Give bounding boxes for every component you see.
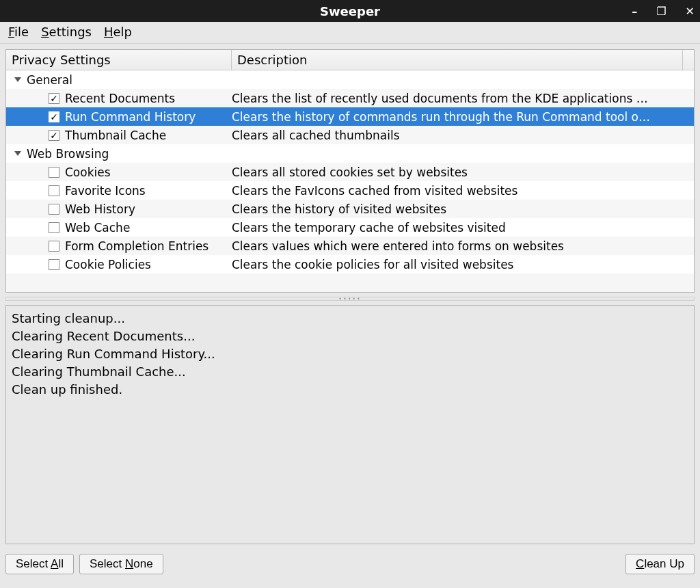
checkbox[interactable] [49,130,59,141]
tree-item[interactable]: Run Command HistoryClears the history of… [6,107,694,126]
item-description: Clears the cookie policies for all visit… [232,258,694,271]
item-label: Recent Documents [65,92,175,105]
item-label: Web History [65,202,135,216]
tree-item[interactable]: Web HistoryClears the history of visited… [6,200,694,218]
item-description: Clears the FavIcons cached from visited … [232,184,694,198]
tree-item[interactable]: Favorite IconsClears the FavIcons cached… [6,181,694,200]
menu-settings[interactable]: Settings [41,25,92,39]
item-description: Clears the history of commands run throu… [232,110,694,124]
item-description: Clears the list of recently used documen… [232,92,694,105]
menu-file-rest: ile [14,25,29,39]
group-label: General [27,73,72,87]
clean-up-button[interactable]: Clean Up [625,554,695,574]
item-label: Favorite Icons [65,184,146,198]
tree-item[interactable]: Thumbnail CacheClears all cached thumbna… [6,126,694,144]
tree-item[interactable]: CookiesClears all stored cookies set by … [6,163,694,181]
minimize-icon[interactable]: – [632,5,637,18]
tree-header: Privacy Settings Description [6,50,694,70]
tree-group[interactable]: Web Browsing [6,144,694,163]
item-description: Clears the temporary cache of websites v… [232,221,694,235]
tree-item[interactable]: Web CacheClears the temporary cache of w… [6,218,694,237]
item-label: Cookies [65,165,111,179]
tree-item[interactable]: Form Completion EntriesClears values whi… [6,237,694,255]
checkbox[interactable] [49,222,59,233]
close-icon[interactable]: ✕ [686,5,695,18]
item-label: Web Cache [65,221,130,235]
checkbox[interactable] [49,167,59,178]
titlebar: Sweeper – ❐ ✕ [0,0,700,22]
menubar: File Settings Help [0,22,700,44]
checkbox[interactable] [49,204,59,215]
item-label: Form Completion Entries [65,239,208,253]
menu-settings-rest: ettings [49,25,92,39]
settings-tree[interactable]: Privacy Settings Description GeneralRece… [5,49,695,293]
menu-file[interactable]: File [8,25,29,39]
checkbox[interactable] [49,241,59,252]
expander-icon[interactable] [9,77,23,82]
window-title: Sweeper [0,4,700,18]
splitter-dots-icon: ••••• [338,296,362,302]
checkbox[interactable] [49,185,59,196]
item-description: Clears all cached thumbnails [232,129,694,142]
tree-group[interactable]: General [6,70,694,89]
log-output[interactable]: Starting cleanup... Clearing Recent Docu… [5,305,695,544]
select-all-button[interactable]: Select All [5,554,74,574]
column-header-description[interactable]: Description [232,50,683,70]
menu-help-rest: elp [113,25,133,39]
group-label: Web Browsing [27,147,109,161]
item-description: Clears all stored cookies set by website… [232,165,694,179]
item-description: Clears values which were entered into fo… [232,239,694,253]
tree-blank-row [6,273,694,292]
item-label: Cookie Policies [65,258,151,271]
maximize-icon[interactable]: ❐ [656,5,666,18]
splitter-handle[interactable]: ••••• [5,297,695,301]
tree-item[interactable]: Recent DocumentsClears the list of recen… [6,89,694,107]
checkbox[interactable] [49,93,59,104]
expander-icon[interactable] [9,151,23,156]
checkbox[interactable] [49,259,59,270]
item-label: Thumbnail Cache [65,129,166,142]
column-header-spacer [683,50,694,70]
item-label: Run Command History [65,110,196,124]
column-header-privacy[interactable]: Privacy Settings [6,50,232,70]
tree-item[interactable]: Cookie PoliciesClears the cookie policie… [6,255,694,273]
button-bar: Select All Select None Clean Up [0,550,700,580]
item-description: Clears the history of visited websites [232,202,694,216]
checkbox[interactable] [49,111,59,122]
select-none-button[interactable]: Select None [79,554,163,574]
menu-help[interactable]: Help [104,25,132,39]
